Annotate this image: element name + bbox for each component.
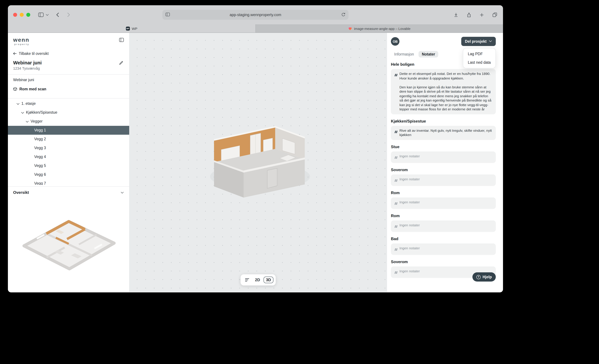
chevron-down-icon (489, 39, 492, 43)
arrow-left-icon (13, 52, 17, 55)
menu-item-lag-pdf[interactable]: Lag PDF (465, 50, 494, 58)
tree-item-label: Vegger (31, 119, 43, 123)
sidebar-collapse-icon[interactable] (118, 37, 125, 44)
zoom-window-button[interactable] (26, 13, 30, 17)
close-window-button[interactable] (13, 13, 17, 17)
note-section: BadIngen notater (391, 236, 496, 255)
pencil-icon[interactable] (118, 60, 124, 67)
note-text: Ingen notater (399, 246, 420, 250)
share-menu: Lag PDFLast ned data (463, 48, 496, 68)
tab-lovable[interactable]: image-measure-angle-app – Lovable (255, 24, 503, 33)
share-project-button[interactable]: Del prosjekt (461, 37, 496, 46)
reload-icon[interactable] (341, 12, 345, 17)
reader-icon[interactable] (165, 12, 170, 17)
tree-item-vegg-2[interactable]: Vegg 2 (8, 135, 129, 144)
browser-toolbar: app-staging.wennproperty.com (8, 5, 503, 24)
empty-note-box[interactable]: Ingen notater (391, 220, 496, 232)
help-button[interactable]: ? Hjelp (472, 272, 496, 282)
quote-icon (394, 177, 397, 183)
section-title: Bad (391, 236, 496, 241)
sidebar-item-project[interactable]: Webinar juni (8, 75, 129, 83)
tree-item-label: Vegg 3 (34, 146, 46, 150)
note-box[interactable]: Dette er et eksempel på notat. Det er en… (391, 69, 496, 114)
tree-item-1-etasje[interactable]: 1. etasje (8, 99, 129, 108)
section-title: Soverom (391, 259, 496, 264)
tree-item-vegg-6[interactable]: Vegg 6 (8, 170, 129, 179)
empty-note-box[interactable]: Ingen notater (391, 174, 496, 186)
note-section: RomIngen notater (391, 213, 496, 232)
note-text: Ingen notater (399, 200, 420, 204)
note-text: Ingen notater (399, 269, 420, 273)
cube-icon (13, 87, 17, 91)
empty-note-box[interactable]: Ingen notater (391, 197, 496, 209)
quote-icon (394, 200, 397, 206)
empty-note-box[interactable]: Ingen notater (391, 243, 496, 255)
note-text: Dette er et eksempel på notat. Det er en… (399, 72, 493, 112)
browser-window: app-staging.wennproperty.com (8, 5, 503, 292)
quote-icon (394, 72, 397, 78)
tree-item-vegg-4[interactable]: Vegg 4 (8, 152, 129, 161)
window-controls (13, 13, 30, 17)
tab-wp[interactable]: WP WP (8, 24, 255, 33)
sidebar-toggle-icon[interactable] (37, 12, 44, 18)
back-to-overview-link[interactable]: Tilbake til oversikt (13, 52, 124, 55)
note-section: Kjøkken/SpisestueRive alt av inventar. N… (391, 119, 496, 140)
note-sections: Hele boligenDette er et eksempel på nota… (391, 62, 496, 278)
sidebar-item-rooms-with-scan[interactable]: Rom med scan (8, 83, 129, 94)
tab-label: image-measure-angle-app – Lovable (354, 26, 410, 30)
new-tab-icon[interactable] (479, 12, 484, 17)
back-icon[interactable] (56, 12, 60, 18)
list-icon[interactable] (243, 277, 251, 283)
tab-notater[interactable]: Notater (419, 51, 438, 58)
tree-item-vegg-1[interactable]: Vegg 1 (8, 126, 129, 135)
wenn-logo: wenn property (13, 37, 29, 46)
overview-section: Oversikt (8, 186, 129, 292)
tab-informasjon[interactable]: Informasjon (391, 51, 417, 58)
project-title: Webinar juni (13, 60, 42, 65)
tree-item-label: Vegg 4 (34, 155, 46, 159)
address-bar[interactable]: app-staging.wennproperty.com (162, 10, 349, 20)
view-2d-button[interactable]: 2D (253, 277, 262, 283)
chevron-down-icon (26, 120, 29, 123)
scan-canvas[interactable]: 2D 3D (130, 33, 387, 292)
wp-favicon-icon: WP (126, 26, 130, 30)
empty-note-box[interactable]: Ingen notater (391, 151, 496, 163)
tree-item-label: Vegg 5 (34, 164, 46, 168)
note-box[interactable]: Rive alt av inventar. Nytt gulv, nytt tr… (391, 126, 496, 140)
section-title: Soverom (391, 167, 496, 172)
tree-item-kjøkken-spisestue[interactable]: Kjøkken/Spisestue (8, 108, 129, 117)
downloads-icon[interactable] (453, 12, 459, 18)
note-text: Ingen notater (399, 223, 420, 227)
house-3d-render[interactable] (202, 120, 314, 199)
lovable-heart-icon (348, 26, 352, 30)
tree-item-label: Kjøkken/Spisestue (26, 111, 57, 114)
overview-header[interactable]: Oversikt (8, 187, 129, 199)
divider (8, 98, 129, 99)
chevron-down-icon (17, 102, 20, 105)
tree-item-vegg-3[interactable]: Vegg 3 (8, 144, 129, 152)
tab-bar: WP WP image-measure-angle-app – Lovable (8, 24, 503, 33)
tree-item-vegg-7[interactable]: Vegg 7 (8, 179, 129, 185)
chevron-down-icon[interactable] (46, 13, 49, 17)
share-icon[interactable] (466, 12, 472, 18)
tree-item-vegg-5[interactable]: Vegg 5 (8, 161, 129, 170)
note-section: SoveromIngen notater (391, 167, 496, 186)
view-mode-toolbar: 2D 3D (240, 274, 275, 286)
sidebar: wenn property Tilbake til oversikt Webin… (8, 33, 130, 292)
quote-icon (394, 154, 397, 160)
quote-icon (394, 269, 397, 275)
menu-item-last-ned-data[interactable]: Last ned data (465, 58, 494, 67)
app-root: wenn property Tilbake til oversikt Webin… (8, 33, 503, 292)
tree-item-label: 1. etasje (21, 102, 36, 106)
wall-tree: 1. etasjeKjøkken/SpisestueVeggerVegg 1Ve… (8, 99, 129, 185)
note-text: Rive alt av inventar. Nytt gulv, nytt tr… (399, 128, 493, 137)
minimize-window-button[interactable] (20, 13, 24, 17)
floorplan-thumbnail[interactable] (18, 199, 120, 286)
question-icon: ? (476, 275, 481, 279)
tree-item-vegger[interactable]: Vegger (8, 117, 129, 126)
view-3d-button[interactable]: 3D (264, 277, 273, 283)
avatar[interactable]: OB (391, 37, 399, 46)
quote-icon (394, 129, 397, 135)
forward-icon[interactable] (66, 12, 71, 18)
tab-overview-icon[interactable] (492, 12, 498, 18)
